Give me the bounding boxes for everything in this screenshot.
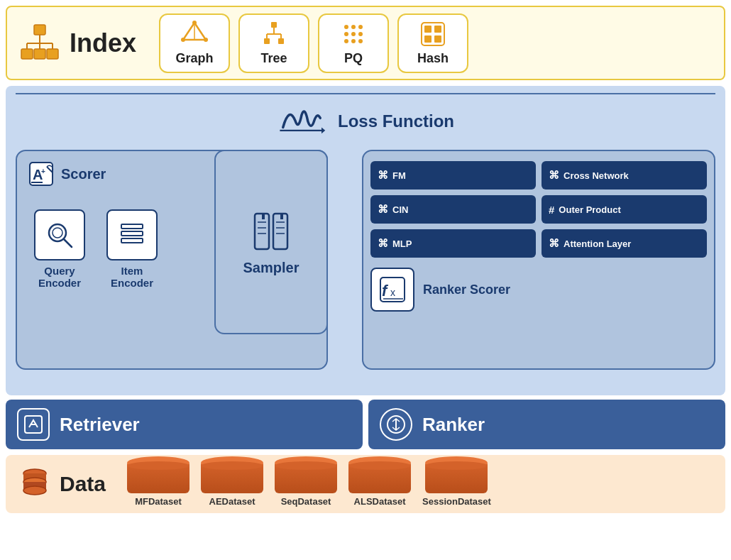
dataset-seq[interactable]: SeqDataset xyxy=(275,462,337,507)
mlp-sym: ⌘ xyxy=(378,237,388,250)
retriever-icon-box xyxy=(17,408,50,441)
right-puzzle: ⌘ FM ⌘ Cross Network ⌘ CIN # xyxy=(362,150,715,391)
data-section: Data MFDataset AEDataset SeqDataset ALSD… xyxy=(6,455,725,513)
index-label: Index xyxy=(70,28,136,58)
data-label: Data xyxy=(60,472,106,496)
svg-rect-33 xyxy=(424,35,432,43)
outer-label: Outer Product xyxy=(559,204,620,215)
bar-section: Retriever Ranker xyxy=(6,400,725,449)
dataset-ae[interactable]: AEDataset xyxy=(201,462,263,507)
session-cylinder xyxy=(425,462,488,493)
dataset-als[interactable]: ALSDataset xyxy=(348,462,411,507)
cross-sym: ⌘ xyxy=(549,169,559,182)
ranker-scorer-label: Ranker Scorer xyxy=(423,282,510,297)
svg-point-28 xyxy=(351,39,356,43)
mf-cylinder xyxy=(127,462,189,493)
svg-rect-34 xyxy=(434,35,441,43)
mlp-label: MLP xyxy=(392,238,412,249)
svg-point-29 xyxy=(358,39,363,43)
feature-cin[interactable]: ⌘ CIN xyxy=(370,195,536,224)
cin-label: CIN xyxy=(392,204,408,215)
mid-section: Loss Function A + xyxy=(6,86,725,395)
svg-line-42 xyxy=(64,239,72,247)
item-encoder-icon-box xyxy=(106,209,158,260)
svg-rect-32 xyxy=(434,26,441,33)
left-puzzle: A + Scorer xyxy=(16,150,356,391)
sampler-label: Sampler xyxy=(243,260,299,276)
svg-rect-46 xyxy=(121,238,143,243)
ranker-bar[interactable]: Ranker xyxy=(368,400,725,449)
svg-rect-15 xyxy=(264,38,270,44)
retriever-icon xyxy=(23,414,43,434)
als-cylinder xyxy=(348,462,411,493)
ranker-label: Ranker xyxy=(422,414,485,436)
scorer-label: Scorer xyxy=(61,166,106,182)
index-card-tree[interactable]: Tree xyxy=(238,13,309,73)
svg-point-11 xyxy=(204,38,208,42)
index-section: Index Graph xyxy=(6,6,725,80)
feature-attention[interactable]: ⌘ Attention Layer xyxy=(542,229,707,258)
loss-label: Loss Function xyxy=(338,111,454,131)
query-encoder-icon-box xyxy=(34,209,85,260)
session-label: SessionDataset xyxy=(422,496,491,507)
item-encoder: ItemEncoder xyxy=(106,209,158,289)
svg-rect-1 xyxy=(21,49,33,59)
index-cards: Graph Tree xyxy=(159,13,468,73)
sampler-icon xyxy=(252,208,291,254)
feature-mlp[interactable]: ⌘ MLP xyxy=(370,229,536,258)
svg-text:+: + xyxy=(41,168,45,175)
index-card-graph[interactable]: Graph xyxy=(159,13,230,73)
dataset-session[interactable]: SessionDataset xyxy=(422,462,491,507)
svg-rect-2 xyxy=(34,49,45,59)
graph-label: Graph xyxy=(176,51,214,66)
query-encoder-label: QueryEncoder xyxy=(38,265,81,289)
hash-icon xyxy=(419,20,447,48)
feature-outer-product[interactable]: # Outer Product xyxy=(542,195,707,224)
datasets: MFDataset AEDataset SeqDataset ALSDatase… xyxy=(127,462,491,507)
mf-label: MFDataset xyxy=(135,496,182,507)
svg-rect-3 xyxy=(47,49,58,59)
dataset-mf[interactable]: MFDataset xyxy=(127,462,189,507)
index-icon xyxy=(18,22,61,65)
svg-point-27 xyxy=(344,39,348,43)
svg-rect-31 xyxy=(424,26,432,33)
svg-rect-0 xyxy=(34,25,45,35)
svg-point-22 xyxy=(351,25,356,29)
query-encoder: QueryEncoder xyxy=(34,209,85,289)
pq-label: PQ xyxy=(344,51,363,66)
svg-rect-44 xyxy=(121,224,143,229)
data-title: Data xyxy=(17,466,106,502)
feature-cross-network[interactable]: ⌘ Cross Network xyxy=(542,161,707,190)
item-encoder-label: ItemEncoder xyxy=(111,265,153,289)
fm-label: FM xyxy=(392,170,406,181)
pq-icon xyxy=(339,20,368,48)
feature-grid: ⌘ FM ⌘ Cross Network ⌘ CIN # xyxy=(370,161,707,258)
cross-label: Cross Network xyxy=(564,170,629,181)
svg-point-12 xyxy=(181,38,185,42)
ranker-scorer-icon-box: f x xyxy=(370,268,414,312)
retriever-label: Retriever xyxy=(60,414,140,436)
index-title: Index xyxy=(18,22,136,65)
scorer-icon: A + xyxy=(27,160,55,188)
feature-fm[interactable]: ⌘ FM xyxy=(370,161,536,190)
seq-cylinder xyxy=(275,462,337,493)
graph-icon xyxy=(180,20,209,48)
ranker-icon xyxy=(386,414,406,434)
outer-sym: # xyxy=(549,204,554,216)
att-label: Attention Layer xyxy=(564,238,631,249)
loss-bar: Loss Function xyxy=(16,93,715,150)
svg-rect-49 xyxy=(262,214,265,219)
tree-icon xyxy=(260,20,288,48)
ranker-box: ⌘ FM ⌘ Cross Network ⌘ CIN # xyxy=(362,150,715,370)
data-icon xyxy=(17,466,53,502)
index-card-pq[interactable]: PQ xyxy=(318,13,389,73)
ranker-scorer-row: f x Ranker Scorer xyxy=(370,268,707,312)
ae-label: AEDataset xyxy=(209,496,255,507)
svg-point-43 xyxy=(53,228,62,238)
tree-label: Tree xyxy=(261,51,287,66)
fm-sym: ⌘ xyxy=(378,169,388,182)
hash-label: Hash xyxy=(417,51,449,66)
svg-point-70 xyxy=(23,486,46,495)
retriever-bar[interactable]: Retriever xyxy=(6,400,363,449)
index-card-hash[interactable]: Hash xyxy=(397,13,468,73)
